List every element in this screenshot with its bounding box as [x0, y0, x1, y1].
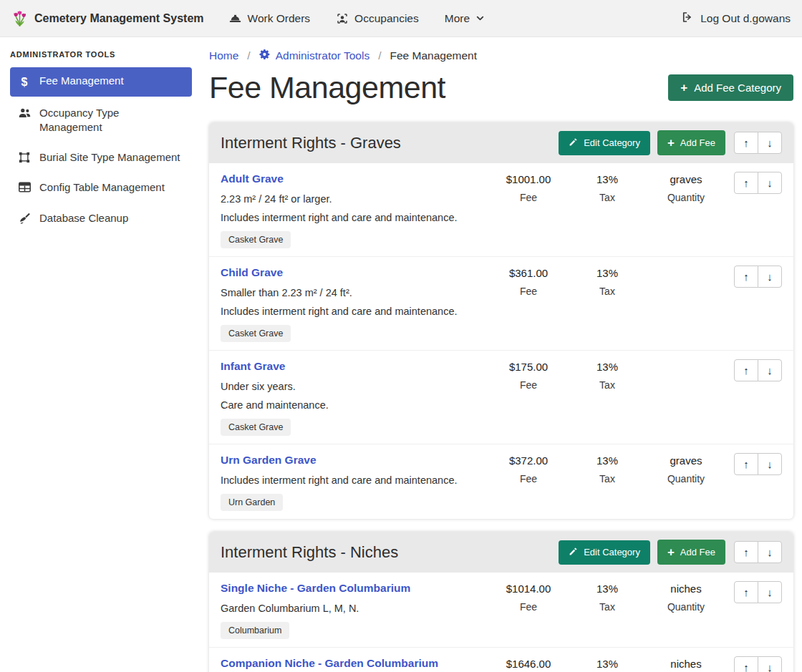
- fee-row-urn-garden-grave: Urn Garden GraveIncludes interment right…: [209, 444, 793, 519]
- reorder-buttons: ↑↓: [734, 132, 782, 154]
- plus-icon: +: [667, 137, 675, 149]
- app-title: Cemetery Management System: [34, 12, 204, 25]
- plus-icon: +: [667, 546, 675, 558]
- move-up-button[interactable]: ↑: [734, 541, 758, 563]
- fee-tax: 13%Tax: [571, 172, 643, 203]
- add-fee-category-label: Add Fee Category: [694, 82, 781, 94]
- fee-quantity-label: Quantity: [643, 601, 729, 613]
- fee-name-link[interactable]: Child Grave: [221, 266, 283, 279]
- breadcrumb-admin-tools-link[interactable]: Administrator Tools: [259, 49, 370, 63]
- move-up-button[interactable]: ↑: [734, 581, 758, 603]
- move-down-button[interactable]: ↓: [758, 541, 782, 563]
- sidebar-item-config-table-management[interactable]: Config Table Management: [10, 174, 192, 201]
- category-header: Interment Rights - NichesEdit Category+A…: [209, 532, 793, 573]
- move-down-button[interactable]: ↓: [758, 656, 782, 672]
- fee-amount: $1646.00Fee: [485, 656, 571, 672]
- fee-type-badge: Columbarium: [221, 622, 289, 639]
- fee-quantity: nichesQuantity: [643, 581, 729, 613]
- move-down-button[interactable]: ↓: [758, 266, 782, 288]
- fee-quantity-value: niches: [643, 658, 729, 670]
- fee-row-actions: ↑↓: [729, 656, 782, 672]
- fee-name-link[interactable]: Adult Grave: [221, 172, 284, 185]
- breadcrumb: Home / Administrator Tools / Fee Managem…: [209, 49, 793, 63]
- fee-amount: $372.00Fee: [485, 453, 571, 484]
- fee-type-badge: Casket Grave: [221, 231, 291, 248]
- fee-amount: $1014.00Fee: [485, 581, 571, 613]
- reorder-buttons: ↑↓: [734, 266, 782, 288]
- fee-amount-label: Fee: [485, 192, 571, 203]
- reorder-buttons: ↑↓: [734, 172, 782, 194]
- fee-amount-label: Fee: [485, 601, 571, 613]
- fee-tax-value: 13%: [571, 658, 643, 670]
- nav-links: Work Orders Occupancies More: [228, 12, 485, 25]
- fee-tax-label: Tax: [571, 601, 643, 613]
- nav-more[interactable]: More: [445, 12, 485, 25]
- fee-row-infant-grave: Infant GraveUnder six years.Care and mai…: [209, 351, 793, 444]
- edit-category-button[interactable]: Edit Category: [559, 540, 650, 565]
- move-up-button[interactable]: ↑: [734, 172, 758, 194]
- add-fee-button[interactable]: +Add Fee: [657, 540, 725, 565]
- move-down-button[interactable]: ↓: [758, 453, 782, 475]
- add-fee-label: Add Fee: [680, 547, 715, 557]
- fee-description: 2.23 m² / 24 ft² or larger.: [221, 193, 485, 205]
- fee-row-adult-grave: Adult Grave2.23 m² / 24 ft² or larger.In…: [209, 163, 793, 257]
- fee-row-actions: ↑↓: [729, 266, 782, 288]
- breadcrumb-admin-tools-label: Administrator Tools: [276, 49, 370, 62]
- edit-category-button[interactable]: Edit Category: [559, 131, 650, 155]
- move-up-button[interactable]: ↑: [734, 266, 758, 288]
- main-content: Home / Administrator Tools / Fee Managem…: [200, 37, 802, 672]
- tulip-logo-icon: [11, 7, 28, 30]
- fee-row-actions: ↑↓: [729, 453, 782, 475]
- move-down-button[interactable]: ↓: [758, 172, 782, 194]
- sidebar-nav: $Fee ManagementOccupancy Type Management…: [10, 67, 192, 232]
- fee-name-link[interactable]: Single Niche - Garden Columbarium: [221, 582, 410, 595]
- sidebar: ADMINISTRATOR TOOLS $Fee ManagementOccup…: [0, 37, 200, 672]
- add-fee-label: Add Fee: [680, 137, 715, 148]
- fee-amount: $1001.00Fee: [485, 172, 571, 203]
- site-frame-icon: [17, 150, 32, 164]
- logout-button[interactable]: Log Out d.gowans: [681, 11, 791, 26]
- sidebar-item-occupancy-type-management[interactable]: Occupancy Type Management: [10, 99, 192, 142]
- fee-name-link[interactable]: Infant Grave: [221, 360, 285, 373]
- nav-work-orders[interactable]: Work Orders: [228, 12, 311, 25]
- breadcrumb-separator: /: [238, 49, 259, 62]
- category-title: Interment Rights - Niches: [221, 543, 551, 562]
- move-down-button[interactable]: ↓: [758, 581, 782, 603]
- plus-icon: +: [680, 82, 687, 94]
- sidebar-item-fee-management[interactable]: $Fee Management: [10, 67, 192, 97]
- breadcrumb-current: Fee Management: [390, 49, 478, 62]
- fee-tax-value: 13%: [571, 454, 643, 467]
- fee-name-link[interactable]: Companion Niche - Garden Columbarium: [221, 657, 438, 670]
- move-up-button[interactable]: ↑: [734, 359, 758, 381]
- fee-row-actions: ↑↓: [729, 359, 782, 381]
- add-fee-category-button[interactable]: + Add Fee Category: [668, 74, 793, 101]
- sidebar-item-label: Burial Site Type Management: [39, 150, 180, 165]
- fee-name-link[interactable]: Urn Garden Grave: [221, 454, 317, 467]
- category-card-interment-rights-niches: Interment Rights - NichesEdit Category+A…: [209, 532, 793, 672]
- add-fee-button[interactable]: +Add Fee: [657, 130, 725, 155]
- category-card-interment-rights-graves: Interment Rights - GravesEdit Category+A…: [209, 122, 793, 519]
- fee-info: Companion Niche - Garden ColumbariumGard…: [221, 656, 485, 672]
- category-header: Interment Rights - GravesEdit Category+A…: [209, 122, 793, 163]
- fee-quantity: gravesQuantity: [643, 453, 729, 484]
- move-up-button[interactable]: ↑: [734, 656, 758, 672]
- fee-tax-value: 13%: [571, 267, 643, 279]
- nav-occupancies[interactable]: Occupancies: [336, 12, 419, 25]
- broom-icon: [17, 211, 32, 225]
- move-up-button[interactable]: ↑: [734, 453, 758, 475]
- logout-label: Log Out d.gowans: [700, 12, 791, 25]
- move-down-button[interactable]: ↓: [758, 359, 782, 381]
- fee-description: Includes interment right and care and ma…: [221, 474, 485, 486]
- fee-tax-label: Tax: [571, 473, 643, 484]
- fee-tax-value: 13%: [571, 173, 643, 185]
- sidebar-item-database-cleanup[interactable]: Database Cleanup: [10, 205, 192, 232]
- fee-row-actions: ↑↓: [729, 172, 782, 194]
- breadcrumb-home-link[interactable]: Home: [209, 49, 238, 62]
- fee-description: Includes interment right and care and ma…: [221, 212, 485, 223]
- sidebar-item-burial-site-type-management[interactable]: Burial Site Type Management: [10, 144, 192, 171]
- page-header: Fee Management + Add Fee Category: [209, 70, 793, 105]
- fee-info: Single Niche - Garden ColumbariumGarden …: [221, 581, 485, 639]
- breadcrumb-home-label: Home: [209, 49, 238, 62]
- move-down-button[interactable]: ↓: [758, 132, 782, 154]
- move-up-button[interactable]: ↑: [734, 132, 758, 154]
